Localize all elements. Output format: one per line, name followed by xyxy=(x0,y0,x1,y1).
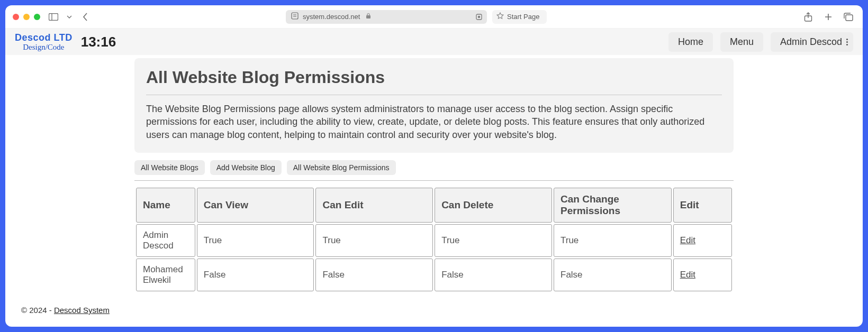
cell-can-delete: True xyxy=(435,224,552,257)
divider xyxy=(146,95,722,95)
nav-user-label: Admin Descod xyxy=(780,36,842,48)
back-icon[interactable] xyxy=(78,11,92,23)
footer-link[interactable]: Descod System xyxy=(54,306,110,315)
window-close-icon[interactable] xyxy=(13,14,19,20)
footer: © 2024 - Descod System xyxy=(21,306,856,315)
reader-icon xyxy=(291,12,299,21)
address-bar[interactable]: system.descod.net xyxy=(286,10,487,24)
cell-can-edit: False xyxy=(315,259,433,291)
page-description: The Website Blog Permissions page allows… xyxy=(146,103,722,141)
browser-chrome: system.descod.net Start Page xyxy=(5,5,863,29)
footer-copyright: © 2024 - xyxy=(21,306,54,315)
edit-link[interactable]: Edit xyxy=(680,270,695,280)
share-icon[interactable] xyxy=(801,11,815,23)
nav-menu[interactable]: Menu xyxy=(720,32,763,52)
address-url: system.descod.net xyxy=(303,13,360,21)
cell-can-change-permissions: False xyxy=(554,259,672,291)
start-page-tab[interactable]: Start Page xyxy=(492,10,547,24)
lock-icon xyxy=(364,13,372,21)
nav-menu-label: Menu xyxy=(730,36,754,48)
sub-nav: All Website Blogs Add Website Blog All W… xyxy=(134,160,734,181)
tab-add-blog-label: Add Website Blog xyxy=(216,163,275,172)
window-controls xyxy=(13,14,40,20)
th-can-view: Can View xyxy=(197,188,314,223)
table-row: Admin Descod True True True True Edit xyxy=(136,224,732,257)
edit-link[interactable]: Edit xyxy=(680,235,695,245)
nav-home[interactable]: Home xyxy=(668,32,713,52)
svg-rect-11 xyxy=(846,15,853,21)
sidebar-toggle-icon[interactable] xyxy=(47,11,60,23)
page-content: All Website Blog Permissions The Website… xyxy=(5,55,863,327)
new-tab-icon[interactable] xyxy=(821,11,835,23)
cell-edit: Edit xyxy=(673,259,732,291)
cell-name: Mohamed Elwekil xyxy=(136,259,195,291)
brand-logo[interactable]: Descod LTD Design/Code xyxy=(15,33,73,51)
kebab-icon xyxy=(846,39,848,45)
cell-can-view: False xyxy=(197,259,314,291)
tab-all-blogs-label: All Website Blogs xyxy=(141,163,198,172)
table-row: Mohamed Elwekil False False False False … xyxy=(136,259,732,291)
chevron-down-icon[interactable] xyxy=(66,11,73,23)
cell-name: Admin Descod xyxy=(136,224,195,257)
window-maximize-icon[interactable] xyxy=(34,14,40,20)
th-name: Name xyxy=(136,188,195,223)
page-hero: All Website Blog Permissions The Website… xyxy=(134,58,734,153)
tabs-icon[interactable] xyxy=(842,11,855,23)
svg-rect-0 xyxy=(49,13,58,20)
nav-home-label: Home xyxy=(678,36,703,48)
cell-can-change-permissions: True xyxy=(554,224,672,257)
cell-can-view: True xyxy=(197,224,314,257)
start-page-label: Start Page xyxy=(507,13,539,21)
page-title: All Website Blog Permissions xyxy=(146,68,722,87)
nav-user[interactable]: Admin Descod xyxy=(771,32,853,52)
tab-all-permissions[interactable]: All Website Blog Permissions xyxy=(287,160,396,175)
brand-tagline: Design/Code xyxy=(23,43,64,51)
window-minimize-icon[interactable] xyxy=(23,14,30,20)
svg-rect-5 xyxy=(366,15,370,19)
brand-name: Descod LTD xyxy=(15,33,73,42)
svg-rect-2 xyxy=(292,13,298,19)
share-inline-icon[interactable] xyxy=(475,13,483,21)
tab-all-permissions-label: All Website Blog Permissions xyxy=(293,163,390,172)
th-can-delete: Can Delete xyxy=(435,188,552,223)
th-can-edit: Can Edit xyxy=(315,188,433,223)
main-nav: Home Menu Admin Descod xyxy=(668,32,853,52)
cell-can-edit: True xyxy=(315,224,433,257)
tab-all-blogs[interactable]: All Website Blogs xyxy=(134,160,205,175)
svg-point-7 xyxy=(478,16,480,17)
cell-can-delete: False xyxy=(435,259,552,291)
cell-edit: Edit xyxy=(673,224,732,257)
tab-add-blog[interactable]: Add Website Blog xyxy=(210,160,282,175)
clock: 13:16 xyxy=(81,34,116,50)
browser-window: system.descod.net Start Page xyxy=(5,5,863,327)
permissions-table: Name Can View Can Edit Can Delete Can Ch… xyxy=(134,186,734,293)
th-can-change-permissions: Can Change Permissions xyxy=(554,188,672,223)
app-header: Descod LTD Design/Code 13:16 Home Menu A… xyxy=(5,29,863,55)
table-header-row: Name Can View Can Edit Can Delete Can Ch… xyxy=(136,188,732,223)
th-edit: Edit xyxy=(673,188,732,223)
star-icon xyxy=(496,12,504,21)
